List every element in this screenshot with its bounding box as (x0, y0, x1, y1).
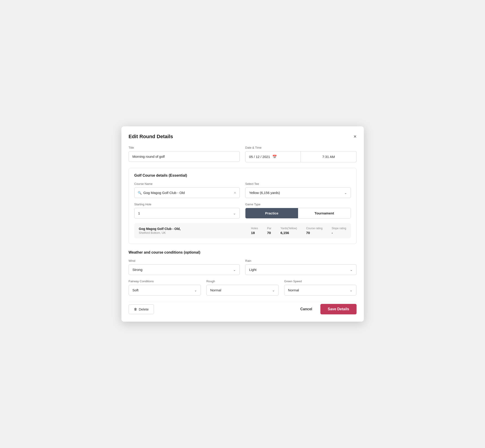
date-field[interactable]: 05 / 12 / 2021 📅 (245, 151, 301, 162)
holes-value: 18 (251, 231, 258, 235)
course-stats: Holes 18 Par 70 Yards(Yellow) 6,156 Cour… (251, 227, 346, 235)
select-tee-dropdown[interactable]: Yellow (6,156 yards) ⌄ (245, 187, 351, 198)
close-button[interactable]: × (354, 134, 356, 139)
green-speed-group: Green Speed Normal ⌄ (284, 280, 356, 296)
title-input[interactable] (129, 151, 240, 162)
wind-rain-row: Wind Strong ⌄ Rain Light ⌄ (129, 259, 356, 275)
chevron-down-icon: ⌄ (233, 268, 236, 272)
stat-slope-rating: Slope rating - (331, 227, 346, 235)
rain-group: Rain Light ⌄ (245, 259, 356, 275)
title-label: Title (129, 146, 240, 149)
delete-button[interactable]: 🗑 Delete (129, 304, 154, 314)
cancel-button[interactable]: Cancel (297, 304, 316, 314)
modal-header: Edit Round Details × (129, 134, 356, 140)
starting-hole-label: Starting Hole (134, 203, 240, 206)
rough-value: Normal (210, 288, 272, 292)
green-speed-dropdown[interactable]: Normal ⌄ (284, 285, 356, 296)
starting-hole-game-type-row: Starting Hole 1 ⌄ Game Type Practice Tou… (134, 203, 351, 218)
course-info-location: Shelford Bottom, UK (139, 231, 251, 234)
rough-dropdown[interactable]: Normal ⌄ (206, 285, 279, 296)
slope-rating-label: Slope rating (331, 227, 346, 230)
tournament-toggle[interactable]: Tournament (298, 208, 351, 218)
rough-group: Rough Normal ⌄ (206, 280, 279, 296)
weather-section: Weather and course conditions (optional)… (129, 250, 356, 296)
golf-course-section: Golf Course details (Essential) Course N… (129, 168, 356, 244)
wind-group: Wind Strong ⌄ (129, 259, 240, 275)
course-name-tee-row: Course Name 🔍 ✕ Select Tee Yellow (6,156… (134, 182, 351, 198)
rough-label: Rough (206, 280, 279, 283)
wind-label: Wind (129, 259, 240, 263)
rain-label: Rain (245, 259, 356, 263)
clear-icon[interactable]: ✕ (234, 191, 236, 195)
select-tee-value: Yellow (6,156 yards) (249, 191, 344, 195)
stat-par: Par 70 (267, 227, 271, 235)
stat-course-rating: Course rating 70 (306, 227, 323, 235)
chevron-down-icon: ⌄ (344, 191, 347, 195)
top-fields: Title Date & Time 05 / 12 / 2021 📅 7:31 … (129, 146, 356, 162)
stat-yards: Yards(Yellow) 6,156 (281, 227, 297, 235)
fairway-value: Soft (132, 288, 194, 292)
fairway-group: Fairway Conditions Soft ⌄ (129, 280, 201, 296)
par-value: 70 (267, 231, 271, 235)
conditions-row: Fairway Conditions Soft ⌄ Rough Normal ⌄… (129, 280, 356, 296)
golf-course-title: Golf Course details (Essential) (134, 174, 351, 177)
chevron-down-icon: ⌄ (350, 288, 353, 292)
footer-actions: 🗑 Delete Cancel Save Details (129, 302, 356, 314)
yards-value: 6,156 (281, 231, 297, 235)
yards-label: Yards(Yellow) (281, 227, 297, 230)
trash-icon: 🗑 (134, 307, 137, 311)
rain-dropdown[interactable]: Light ⌄ (245, 264, 356, 275)
green-speed-label: Green Speed (284, 280, 356, 283)
game-type-label: Game Type (245, 203, 351, 206)
time-field[interactable]: 7:31 AM (301, 151, 356, 162)
course-name-search[interactable]: 🔍 ✕ (134, 187, 240, 198)
par-label: Par (267, 227, 271, 230)
select-tee-label: Select Tee (245, 182, 351, 185)
title-field-group: Title (129, 146, 240, 162)
wind-dropdown[interactable]: Strong ⌄ (129, 264, 240, 275)
date-time-label: Date & Time (245, 146, 356, 149)
course-info-name: Gog Magog Golf Club - Old, Shelford Bott… (139, 227, 251, 234)
rain-value: Light (249, 268, 350, 272)
right-actions: Cancel Save Details (297, 304, 356, 314)
course-name-input[interactable] (144, 188, 232, 198)
green-speed-value: Normal (288, 288, 350, 292)
weather-title: Weather and course conditions (optional) (129, 250, 356, 255)
fairway-dropdown[interactable]: Soft ⌄ (129, 285, 201, 296)
date-time-field-group: Date & Time 05 / 12 / 2021 📅 7:31 AM (245, 146, 356, 162)
starting-hole-dropdown[interactable]: 1 ⌄ (134, 208, 240, 218)
course-info-bar: Gog Magog Golf Club - Old, Shelford Bott… (134, 223, 351, 238)
date-time-group: 05 / 12 / 2021 📅 7:31 AM (245, 151, 356, 162)
practice-toggle[interactable]: Practice (245, 208, 298, 218)
holes-label: Holes (251, 227, 258, 230)
time-value: 7:31 AM (322, 155, 335, 159)
date-value: 05 / 12 / 2021 (249, 155, 270, 159)
search-icon: 🔍 (138, 191, 142, 195)
course-name-group: Course Name 🔍 ✕ (134, 182, 240, 198)
delete-label: Delete (139, 307, 149, 311)
stat-holes: Holes 18 (251, 227, 258, 235)
course-rating-label: Course rating (306, 227, 323, 230)
course-info-name-text: Gog Magog Golf Club - Old, (139, 227, 251, 231)
game-type-toggle: Practice Tournament (245, 208, 351, 218)
edit-round-modal: Edit Round Details × Title Date & Time 0… (121, 126, 364, 322)
chevron-down-icon: ⌄ (350, 268, 353, 272)
chevron-down-icon: ⌄ (194, 288, 197, 292)
chevron-down-icon: ⌄ (272, 288, 275, 292)
select-tee-group: Select Tee Yellow (6,156 yards) ⌄ (245, 182, 351, 198)
course-rating-value: 70 (306, 231, 323, 235)
slope-rating-value: - (331, 231, 346, 235)
starting-hole-value: 1 (138, 211, 233, 215)
fairway-label: Fairway Conditions (129, 280, 201, 283)
wind-value: Strong (132, 268, 233, 272)
chevron-down-icon: ⌄ (233, 211, 236, 215)
starting-hole-group: Starting Hole 1 ⌄ (134, 203, 240, 218)
calendar-icon: 📅 (272, 155, 277, 159)
modal-title: Edit Round Details (129, 134, 173, 140)
save-button[interactable]: Save Details (320, 304, 356, 314)
game-type-group: Game Type Practice Tournament (245, 203, 351, 218)
course-name-label: Course Name (134, 182, 240, 185)
